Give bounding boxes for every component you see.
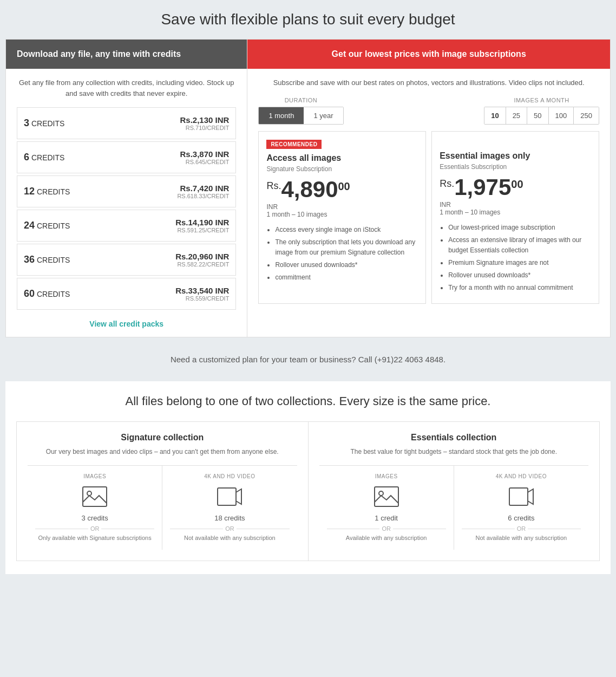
image-icon — [372, 485, 401, 509]
subs-card-subtitle: Signature Subscription — [266, 165, 418, 173]
credit-row[interactable]: 36 CREDITS Rs.20,960 INR RS.582.22/CREDI… — [17, 244, 236, 276]
custom-plan-text: Need a customized plan for your team or … — [17, 355, 599, 364]
main-title: Save with flexible plans to suit every b… — [5, 11, 611, 28]
collection-item-note: Not available with any subscription — [168, 534, 291, 542]
subs-card-title: Essential images only — [440, 151, 591, 161]
subs-panel: Get our lowest prices with image subscri… — [247, 40, 610, 337]
credit-row[interactable]: 24 CREDITS Rs.14,190 INR RS.591.25/CREDI… — [17, 210, 236, 242]
images-control-group: IMAGES A MONTH 10 25 50 100 250 — [484, 97, 599, 125]
credit-count: 24 — [24, 220, 35, 231]
images-10-btn[interactable]: 10 — [484, 107, 506, 124]
collection-items: IMAGES 1 credit OR Available with any su… — [319, 465, 589, 550]
collection-item-credits: 6 credits — [460, 514, 583, 522]
recommended-badge: RECOMMENDED — [266, 140, 322, 149]
credit-per-credit: RS.710/CREDIT — [180, 125, 230, 131]
credit-row-price: Rs.14,190 INR RS.591.25/CREDIT — [175, 218, 229, 233]
subs-features: Our lowest-priced image subscriptionAcce… — [440, 223, 591, 294]
collection-item-0-1: 4K AND HD VIDEO 18 credits OR Not availa… — [162, 466, 297, 550]
credit-row-price: Rs.2,130 INR RS.710/CREDIT — [180, 115, 230, 131]
duration-1year-btn[interactable]: 1 year — [304, 107, 343, 124]
collection-item-credits: 18 credits — [168, 514, 291, 522]
credit-row-label: 12 CREDITS — [24, 186, 70, 197]
svg-rect-0 — [83, 487, 107, 506]
feature-item: The only subscription that lets you down… — [275, 237, 418, 258]
collection-item-0-0: IMAGES 3 credits OR Only available with … — [28, 466, 162, 550]
feature-item: Premium Signature images are not — [448, 258, 591, 268]
duration-1month-btn[interactable]: 1 month — [259, 107, 304, 124]
subs-card-price: Rs. 4,890 00 — [266, 178, 418, 201]
images-25-btn[interactable]: 25 — [506, 107, 527, 124]
subs-card-0: RECOMMENDED Access all images Signature … — [258, 131, 426, 304]
subs-cards-container: RECOMMENDED Access all images Signature … — [258, 131, 599, 304]
images-100-btn[interactable]: 100 — [549, 107, 574, 124]
collection-item-note: Only available with Signature subscripti… — [33, 534, 156, 542]
duration-toggle-group: 1 month 1 year — [258, 107, 343, 125]
video-icon — [507, 485, 535, 509]
images-250-btn[interactable]: 250 — [574, 107, 599, 124]
price-rs: Rs. — [440, 178, 454, 190]
svg-rect-5 — [509, 488, 528, 505]
subs-panel-header: Get our lowest prices with image subscri… — [247, 40, 610, 69]
credit-row[interactable]: 6 CREDITS Rs.3,870 INR RS.645/CREDIT — [17, 141, 236, 173]
price-currency: INR — [440, 201, 591, 209]
feature-item: Access an extensive library of images wi… — [448, 235, 591, 256]
price-currency: INR — [266, 203, 418, 211]
video-icon — [215, 485, 244, 509]
credits-panel: Download any file, any time with credits… — [6, 40, 247, 337]
credit-main-price: Rs.20,960 INR — [175, 252, 229, 261]
credit-main-price: Rs.3,870 INR — [180, 149, 230, 159]
price-decimal: 00 — [511, 178, 523, 191]
credit-row[interactable]: 3 CREDITS Rs.2,130 INR RS.710/CREDIT — [17, 107, 236, 139]
credit-row-price: Rs.3,870 INR RS.645/CREDIT — [180, 149, 230, 165]
collection-card-desc: Our very best images and video clips – a… — [28, 447, 297, 457]
svg-rect-3 — [375, 487, 398, 506]
feature-item: Rollover unused downloads* — [275, 260, 418, 270]
feature-item: Try for a month with no annual commitmen… — [448, 283, 591, 293]
feature-item: commitment — [275, 272, 418, 283]
credit-per-credit: RS.582.22/CREDIT — [175, 261, 229, 268]
collections-grid: Signature collection Our very best image… — [16, 421, 600, 561]
collection-item-type: IMAGES — [325, 473, 448, 479]
collection-item-note: Available with any subscription — [325, 534, 448, 542]
or-divider: OR — [325, 525, 448, 532]
collection-card-title: Signature collection — [28, 433, 297, 442]
collections-section: All files belong to one of two collectio… — [5, 381, 611, 574]
subs-card-1: Essential images only Essentials Subscri… — [431, 131, 599, 304]
credit-rows-container: 3 CREDITS Rs.2,130 INR RS.710/CREDIT 6 C… — [17, 107, 236, 310]
price-rs: Rs. — [266, 180, 281, 192]
view-all-credit-packs-link[interactable]: View all credit packs — [17, 320, 236, 328]
credit-row-price: Rs.7,420 INR RS.618.33/CREDIT — [177, 184, 229, 199]
price-duration: 1 month – 10 images — [440, 209, 591, 216]
credit-row-label: 36 CREDITS — [24, 254, 70, 265]
credit-main-price: Rs.33,540 INR — [175, 286, 229, 295]
collection-card-desc: The best value for tight budgets – stand… — [319, 447, 589, 457]
credit-main-price: Rs.7,420 INR — [180, 184, 230, 193]
or-divider: OR — [168, 525, 291, 532]
collection-items: IMAGES 3 credits OR Only available with … — [28, 465, 297, 550]
images-50-btn[interactable]: 50 — [527, 107, 548, 124]
credit-count: 60 — [24, 288, 35, 299]
collection-card-title: Essentials collection — [319, 433, 589, 442]
collection-item-type: 4K AND HD VIDEO — [168, 473, 291, 479]
credit-row-price: Rs.33,540 INR RS.559/CREDIT — [175, 286, 229, 302]
subs-card-price: Rs. 1,975 00 — [440, 176, 591, 199]
subs-controls: DURATION 1 month 1 year IMAGES A MONTH 1… — [258, 97, 599, 125]
credit-row-price: Rs.20,960 INR RS.582.22/CREDIT — [175, 252, 229, 268]
credits-panel-body: Get any file from any collection with cr… — [6, 69, 247, 337]
credit-row-label: 60 CREDITS — [24, 288, 70, 300]
credit-per-credit: RS.645/CREDIT — [180, 159, 230, 165]
duration-label: DURATION — [258, 97, 343, 103]
credit-row-label: 6 CREDITS — [24, 152, 64, 163]
credit-row[interactable]: 60 CREDITS Rs.33,540 INR RS.559/CREDIT — [17, 278, 236, 310]
collection-item-1-1: 4K AND HD VIDEO 6 credits OR Not availab… — [454, 466, 588, 550]
feature-item: Rollover unused downloads* — [448, 270, 591, 281]
credit-row-label: 3 CREDITS — [24, 118, 64, 129]
credit-row[interactable]: 12 CREDITS Rs.7,420 INR RS.618.33/CREDIT — [17, 175, 236, 207]
credit-count: 6 — [24, 152, 29, 162]
images-toggle-group: 10 25 50 100 250 — [484, 107, 599, 125]
feature-item: Access every single image on iStock — [275, 225, 418, 235]
subs-desc: Subscribe and save with our best rates o… — [258, 77, 599, 88]
custom-plan-section: Need a customized plan for your team or … — [5, 343, 611, 376]
collection-item-type: IMAGES — [33, 473, 156, 479]
credit-per-credit: RS.618.33/CREDIT — [177, 193, 229, 199]
